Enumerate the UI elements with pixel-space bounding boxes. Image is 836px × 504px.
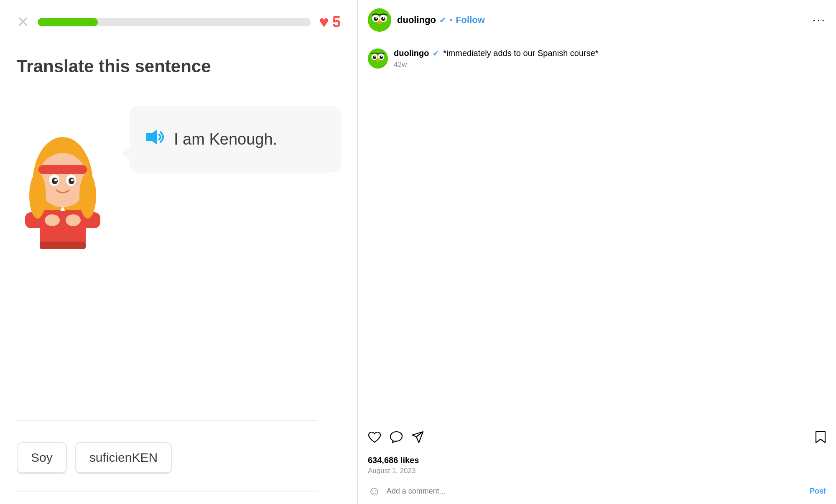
header-username[interactable]: duolingo: [397, 15, 436, 25]
word-bank: Soy suficienKEN: [17, 434, 341, 482]
svg-point-26: [377, 21, 382, 24]
follow-button[interactable]: Follow: [456, 15, 485, 25]
svg-point-12: [54, 179, 57, 181]
sound-icon[interactable]: [146, 129, 166, 150]
top-bar: ✕ ♥ 5: [17, 13, 341, 31]
comment-text: *immediately adds to our Spanish course*: [443, 48, 598, 58]
comment-button[interactable]: [390, 431, 403, 446]
verified-badge-header: ✔: [439, 15, 446, 25]
emoji-button[interactable]: ☺: [368, 484, 381, 498]
word-chip-soy[interactable]: Soy: [17, 442, 67, 474]
bubble-text: I am Kenough.: [174, 130, 277, 148]
share-button[interactable]: [411, 431, 424, 446]
main-content: I am Kenough.: [17, 93, 341, 404]
svg-point-34: [376, 59, 380, 62]
caption-item: duolingo ✔ *immediately adds to our Span…: [368, 48, 826, 69]
svg-marker-18: [146, 130, 157, 145]
svg-rect-7: [38, 165, 87, 174]
dot-separator: •: [450, 16, 452, 25]
progress-bar-fill: [38, 18, 98, 26]
svg-point-27: [368, 48, 388, 69]
svg-rect-17: [40, 242, 86, 249]
post-button[interactable]: Post: [810, 487, 826, 496]
avatar-small[interactable]: [368, 48, 388, 69]
likes-section: 634,686 likes August 1, 2023: [358, 453, 836, 478]
svg-point-33: [381, 56, 382, 57]
svg-point-19: [368, 8, 391, 32]
ken-character: [17, 118, 117, 254]
svg-point-25: [383, 17, 385, 19]
speech-bubble: I am Kenough.: [130, 106, 341, 173]
svg-point-24: [375, 17, 377, 19]
avatar-large[interactable]: [368, 8, 391, 32]
lives-container: ♥ 5: [319, 13, 341, 31]
username-section: duolingo ✔ • Follow: [397, 15, 807, 25]
close-button[interactable]: ✕: [17, 15, 29, 30]
duolingo-app-panel: ✕ ♥ 5 Translate this sentence: [0, 0, 357, 504]
translate-heading: Translate this sentence: [17, 56, 341, 76]
add-comment-bar: ☺ Post: [358, 478, 836, 504]
post-header: duolingo ✔ • Follow ···: [358, 0, 836, 40]
more-options-button[interactable]: ···: [813, 13, 826, 27]
comment-input[interactable]: [387, 487, 804, 496]
likes-count: 634,686 likes: [368, 456, 826, 465]
svg-point-5: [66, 214, 81, 226]
comment-username[interactable]: duolingo: [394, 48, 429, 58]
comment-time: 42w: [394, 61, 826, 69]
svg-point-4: [45, 214, 60, 226]
progress-bar-container: [38, 18, 311, 26]
svg-point-15: [79, 173, 96, 219]
svg-point-32: [375, 56, 376, 57]
post-date: August 1, 2023: [368, 467, 826, 475]
heart-icon: ♥: [319, 13, 329, 31]
word-chip-suficienken[interactable]: suficienKEN: [75, 442, 172, 474]
comment-section: duolingo ✔ *immediately adds to our Span…: [358, 40, 836, 424]
action-bar: [358, 424, 836, 453]
svg-point-14: [29, 173, 46, 219]
like-button[interactable]: [368, 431, 381, 446]
svg-point-13: [71, 179, 74, 181]
divider-top: [17, 420, 318, 421]
save-button[interactable]: [815, 431, 826, 446]
caption-body: duolingo ✔ *immediately adds to our Span…: [394, 48, 826, 69]
lives-count: 5: [332, 13, 341, 31]
verified-badge-comment: ✔: [433, 49, 439, 58]
divider-bottom: [17, 491, 318, 491]
instagram-panel: duolingo ✔ • Follow ···: [357, 0, 836, 504]
